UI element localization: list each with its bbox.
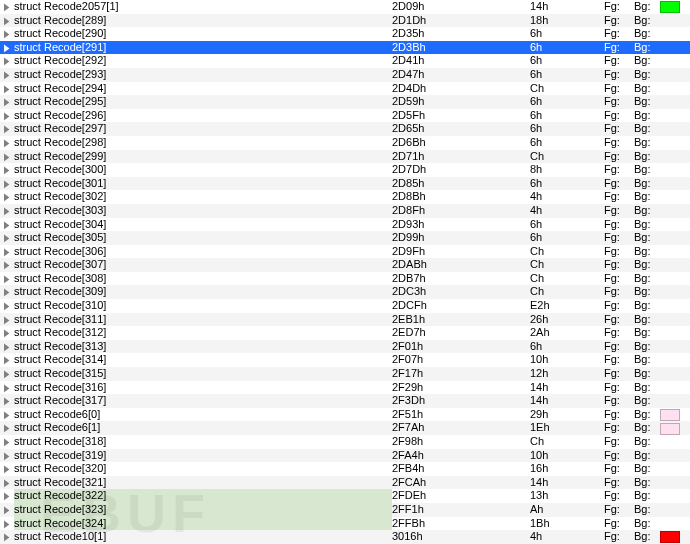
expand-toggle[interactable]: ▶ [0,340,14,354]
table-row[interactable]: ▶struct Recode[308]2DB7hChFg:Bg: [0,272,690,286]
bg-swatch-cell[interactable] [660,190,690,204]
table-row[interactable]: ▶struct Recode[315]2F17h12hFg:Bg: [0,367,690,381]
table-row[interactable]: ▶struct Recode[305]2D99h6hFg:Bg: [0,231,690,245]
bg-swatch-cell[interactable] [660,150,690,164]
bg-swatch-cell[interactable] [660,394,690,408]
table-row[interactable]: ▶struct Recode[306]2D9FhChFg:Bg: [0,245,690,259]
bg-swatch-cell[interactable] [660,462,690,476]
bg-swatch-cell[interactable] [660,503,690,517]
expand-toggle[interactable]: ▶ [0,122,14,136]
expand-toggle[interactable]: ▶ [0,245,14,259]
table-row[interactable]: ▶struct Recode[295]2D59h6hFg:Bg: [0,95,690,109]
table-row[interactable]: ▶struct Recode[303]2D8Fh4hFg:Bg: [0,204,690,218]
expand-toggle[interactable]: ▶ [0,163,14,177]
table-row[interactable]: ▶struct Recode[289]2D1Dh18hFg:Bg: [0,14,690,28]
table-row[interactable]: ▶struct Recode[310]2DCFhE2hFg:Bg: [0,299,690,313]
table-row[interactable]: ▶struct Recode[317]2F3Dh14hFg:Bg: [0,394,690,408]
table-row[interactable]: ▶struct Recode[321]2FCAh14hFg:Bg: [0,476,690,490]
expand-toggle[interactable]: ▶ [0,41,14,55]
expand-toggle[interactable]: ▶ [0,449,14,463]
table-row[interactable]: ▶struct Recode[316]2F29h14hFg:Bg: [0,381,690,395]
bg-swatch-cell[interactable] [660,68,690,82]
bg-swatch-cell[interactable] [660,476,690,490]
bg-swatch-cell[interactable] [660,353,690,367]
expand-toggle[interactable]: ▶ [0,517,14,531]
expand-toggle[interactable]: ▶ [0,503,14,517]
bg-swatch-cell[interactable] [660,0,690,14]
expand-toggle[interactable]: ▶ [0,0,14,14]
bg-swatch-cell[interactable] [660,258,690,272]
expand-toggle[interactable]: ▶ [0,326,14,340]
bg-swatch-cell[interactable] [660,204,690,218]
table-row[interactable]: ▶struct Recode[322]2FDEh13hFg:Bg: [0,489,690,503]
bg-swatch-cell[interactable] [660,313,690,327]
table-row[interactable]: ▶struct Recode[290]2D35h6hFg:Bg: [0,27,690,41]
expand-toggle[interactable]: ▶ [0,367,14,381]
table-row[interactable]: ▶struct Recode[294]2D4DhChFg:Bg: [0,82,690,96]
expand-toggle[interactable]: ▶ [0,353,14,367]
expand-toggle[interactable]: ▶ [0,299,14,313]
bg-swatch-cell[interactable] [660,27,690,41]
table-row[interactable]: ▶struct Recode[291]2D3Bh6hFg:Bg: [0,41,690,55]
bg-swatch-cell[interactable] [660,231,690,245]
expand-toggle[interactable]: ▶ [0,177,14,191]
table-row[interactable]: ▶struct Recode[304]2D93h6hFg:Bg: [0,218,690,232]
table-row[interactable]: ▶struct Recode[319]2FA4h10hFg:Bg: [0,449,690,463]
expand-toggle[interactable]: ▶ [0,231,14,245]
expand-toggle[interactable]: ▶ [0,462,14,476]
expand-toggle[interactable]: ▶ [0,27,14,41]
bg-swatch-cell[interactable] [660,218,690,232]
bg-swatch-cell[interactable] [660,449,690,463]
table-row[interactable]: ▶struct Recode10[1]3016h4hFg:Bg: [0,530,690,544]
table-row[interactable]: ▶struct Recode[292]2D41h6hFg:Bg: [0,54,690,68]
table-row[interactable]: ▶struct Recode[293]2D47h6hFg:Bg: [0,68,690,82]
bg-swatch-cell[interactable] [660,177,690,191]
table-row[interactable]: ▶struct Recode[324]2FFBh1BhFg:Bg: [0,517,690,531]
bg-swatch-cell[interactable] [660,340,690,354]
expand-toggle[interactable]: ▶ [0,313,14,327]
table-row[interactable]: ▶struct Recode[318]2F98hChFg:Bg: [0,435,690,449]
expand-toggle[interactable]: ▶ [0,394,14,408]
table-row[interactable]: ▶struct Recode[312]2ED7h2AhFg:Bg: [0,326,690,340]
bg-swatch-cell[interactable] [660,530,690,544]
expand-toggle[interactable]: ▶ [0,408,14,422]
table-row[interactable]: ▶struct Recode[298]2D6Bh6hFg:Bg: [0,136,690,150]
table-row[interactable]: ▶struct Recode[320]2FB4h16hFg:Bg: [0,462,690,476]
bg-swatch-cell[interactable] [660,381,690,395]
bg-swatch-cell[interactable] [660,326,690,340]
bg-swatch-cell[interactable] [660,408,690,422]
expand-toggle[interactable]: ▶ [0,190,14,204]
bg-swatch-cell[interactable] [660,95,690,109]
bg-swatch-cell[interactable] [660,299,690,313]
expand-toggle[interactable]: ▶ [0,381,14,395]
bg-swatch-cell[interactable] [660,285,690,299]
table-row[interactable]: ▶struct Recode[297]2D65h6hFg:Bg: [0,122,690,136]
bg-swatch-cell[interactable] [660,367,690,381]
bg-swatch-cell[interactable] [660,517,690,531]
bg-swatch-cell[interactable] [660,14,690,28]
expand-toggle[interactable]: ▶ [0,476,14,490]
expand-toggle[interactable]: ▶ [0,285,14,299]
table-row[interactable]: ▶struct Recode6[1]2F7Ah1EhFg:Bg: [0,421,690,435]
expand-toggle[interactable]: ▶ [0,530,14,544]
expand-toggle[interactable]: ▶ [0,109,14,123]
expand-toggle[interactable]: ▶ [0,258,14,272]
bg-swatch-cell[interactable] [660,82,690,96]
table-row[interactable]: ▶struct Recode[296]2D5Fh6hFg:Bg: [0,109,690,123]
expand-toggle[interactable]: ▶ [0,136,14,150]
bg-swatch-cell[interactable] [660,122,690,136]
table-row[interactable]: ▶struct Recode[309]2DC3hChFg:Bg: [0,285,690,299]
bg-swatch-cell[interactable] [660,489,690,503]
table-row[interactable]: ▶struct Recode[314]2F07h10hFg:Bg: [0,353,690,367]
expand-toggle[interactable]: ▶ [0,82,14,96]
bg-swatch-cell[interactable] [660,421,690,435]
table-row[interactable]: ▶struct Recode[311]2EB1h26hFg:Bg: [0,313,690,327]
expand-toggle[interactable]: ▶ [0,150,14,164]
table-row[interactable]: ▶struct Recode6[0]2F51h29hFg:Bg: [0,408,690,422]
expand-toggle[interactable]: ▶ [0,68,14,82]
table-row[interactable]: ▶struct Recode[313]2F01h6hFg:Bg: [0,340,690,354]
bg-swatch-cell[interactable] [660,136,690,150]
expand-toggle[interactable]: ▶ [0,95,14,109]
bg-swatch-cell[interactable] [660,435,690,449]
bg-swatch-cell[interactable] [660,163,690,177]
